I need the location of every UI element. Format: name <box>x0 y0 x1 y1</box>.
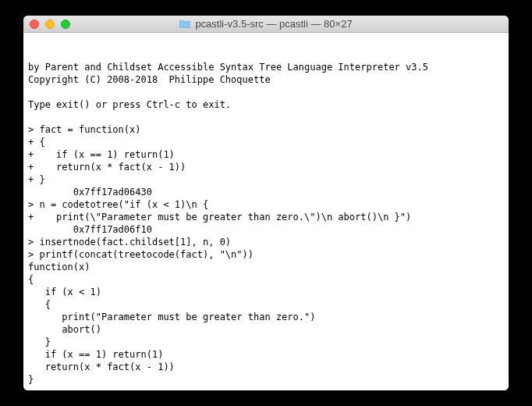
terminal-line: abort() <box>28 323 504 336</box>
terminal-line: Copyright (C) 2008-2018 Philippe Choquet… <box>28 73 504 86</box>
terminal-line: > n = codetotree("if (x < 1)\n { <box>28 198 504 211</box>
terminal-line <box>28 111 504 123</box>
terminal-line: + print(\"Parameter must be greater than… <box>28 211 504 223</box>
titlebar: pcastli-v3.5-src — pcastli — 80×27 <box>23 16 509 33</box>
terminal-line: + { <box>28 136 504 148</box>
terminal-line: } <box>28 373 504 386</box>
terminal-line: 0x7ff17ad06430 <box>28 186 504 198</box>
terminal-line: > fact = function(x) <box>28 123 504 136</box>
terminal-line: 0x7ff17ad06f10 <box>28 223 504 236</box>
title-wrap: pcastli-v3.5-src — pcastli — 80×27 <box>23 18 509 30</box>
terminal-line: > insertnode(fact.childset[1], n, 0) <box>28 236 504 248</box>
maximize-button[interactable] <box>61 20 70 29</box>
terminal-line: return(x * fact(x - 1)) <box>28 361 504 373</box>
terminal-line <box>28 86 504 98</box>
terminal-line: print("Parameter must be greater than ze… <box>28 311 504 323</box>
terminal-line: if (x < 1) <box>28 286 504 298</box>
terminal-line: if (x == 1) return(1) <box>28 348 504 361</box>
window-title: pcastli-v3.5-src — pcastli — 80×27 <box>195 18 352 30</box>
minimize-button[interactable] <box>45 20 55 29</box>
terminal-line: + } <box>28 173 504 186</box>
traffic-lights <box>23 20 70 29</box>
terminal-line: function(x) <box>28 261 504 273</box>
terminal-line: { <box>28 273 504 286</box>
folder-icon <box>179 20 190 28</box>
terminal-content[interactable]: by Parent and Childset Accessible Syntax… <box>23 33 509 390</box>
terminal-line: Type exit() or press Ctrl-c to exit. <box>28 98 504 111</box>
terminal-line: + if (x == 1) return(1) <box>28 148 504 161</box>
terminal-line: } <box>28 336 504 348</box>
close-button[interactable] <box>30 20 39 29</box>
terminal-line: by Parent and Childset Accessible Syntax… <box>28 61 504 73</box>
terminal-line: + return(x * fact(x - 1)) <box>28 161 504 173</box>
terminal-line: { <box>28 298 504 311</box>
terminal-line: > printf(concat(treetocode(fact), "\n")) <box>28 248 504 261</box>
terminal-window: pcastli-v3.5-src — pcastli — 80×27 by Pa… <box>23 16 509 390</box>
